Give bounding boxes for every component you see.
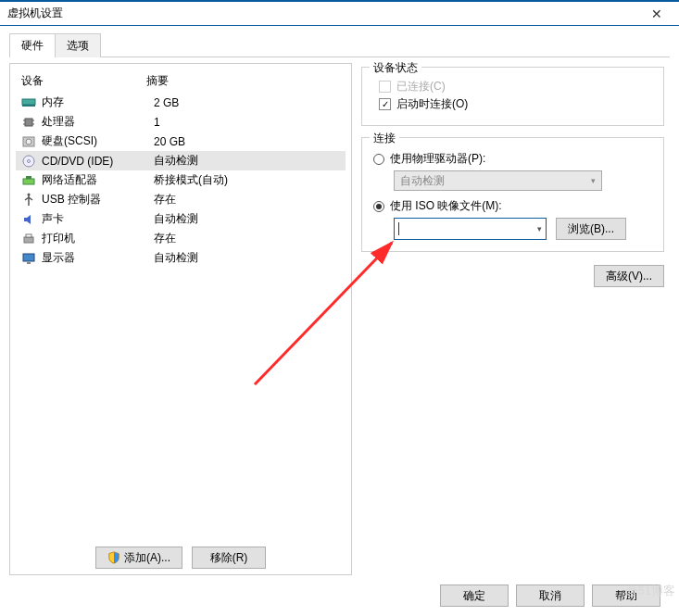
tab-options[interactable]: 选项 [55, 33, 101, 57]
device-row[interactable]: 硬盘(SCSI)20 GB [16, 132, 346, 151]
device-summary: 1 [154, 116, 340, 129]
device-row[interactable]: 显示器自动检测 [16, 248, 346, 268]
device-row[interactable]: USB 控制器存在 [16, 190, 346, 209]
iso-path-row: ▾ 浏览(B)... [394, 218, 652, 240]
checkbox-poweron-label: 启动时连接(O) [396, 96, 468, 112]
add-device-button[interactable]: 添加(A)... [95, 547, 182, 569]
tab-hardware[interactable]: 硬件 [9, 33, 56, 57]
dialog-button-row: 确定 取消 帮助 [9, 575, 670, 607]
text-cursor [398, 222, 399, 235]
col-header-device: 设备 [21, 73, 146, 89]
dialog-body: 硬件 选项 设备 摘要 内存2 GB处理器1硬盘(SCSI)20 GBCD/DV… [0, 26, 679, 616]
checkbox-connected-label: 已连接(C) [396, 79, 446, 94]
svg-rect-12 [26, 176, 31, 179]
advanced-button[interactable]: 高级(V)... [594, 265, 664, 287]
radio-use-iso[interactable]: 使用 ISO 映像文件(M): [373, 198, 652, 214]
svg-rect-14 [24, 237, 33, 243]
device-summary: 自动检测 [154, 153, 340, 169]
col-header-summary: 摘要 [146, 73, 340, 89]
physical-drive-combo: 自动检测 ▾ [394, 170, 602, 191]
svg-rect-17 [27, 262, 31, 264]
svg-point-13 [28, 193, 31, 195]
device-name: 硬盘(SCSI) [42, 133, 148, 149]
device-row[interactable]: 处理器1 [16, 112, 346, 132]
device-row[interactable]: CD/DVD (IDE)自动检测 [16, 151, 346, 170]
svg-point-10 [28, 159, 31, 162]
device-name: 内存 [42, 94, 148, 110]
shield-icon [107, 551, 120, 564]
device-name: 网络适配器 [42, 172, 148, 188]
device-summary: 桥接模式(自动) [154, 172, 340, 188]
tab-strip: 硬件 选项 [9, 33, 670, 57]
checkbox-icon [379, 81, 391, 93]
device-list-header: 设备 摘要 [16, 69, 346, 93]
advanced-row: 高级(V)... [361, 265, 664, 287]
remove-device-button[interactable]: 移除(R) [192, 547, 266, 569]
radio-physical-label: 使用物理驱动器(P): [390, 151, 485, 167]
device-detail-panel: 设备状态 已连接(C) ✓ 启动时连接(O) 连接 使用物理驱动器(P): 自动… [361, 63, 670, 575]
device-name: 打印机 [42, 231, 148, 246]
device-summary: 存在 [154, 231, 340, 246]
radio-iso-label: 使用 ISO 映像文件(M): [390, 198, 502, 214]
checkbox-connect-at-poweron[interactable]: ✓ 启动时连接(O) [373, 96, 652, 112]
checkbox-connected: 已连接(C) [373, 79, 652, 94]
svg-rect-0 [22, 99, 35, 105]
usb-icon [21, 193, 36, 207]
main-columns: 设备 摘要 内存2 GB处理器1硬盘(SCSI)20 GBCD/DVD (IDE… [9, 63, 670, 575]
connection-group-title: 连接 [370, 131, 399, 146]
device-summary: 自动检测 [154, 211, 340, 227]
radio-use-physical[interactable]: 使用物理驱动器(P): [373, 151, 652, 167]
browse-button[interactable]: 浏览(B)... [556, 218, 626, 240]
device-status-title: 设备状态 [370, 60, 421, 76]
device-summary: 20 GB [154, 135, 340, 148]
chevron-down-icon: ▾ [591, 176, 596, 185]
checkbox-icon: ✓ [379, 98, 391, 110]
window-title: 虚拟机设置 [7, 6, 638, 21]
close-icon[interactable]: ✕ [638, 6, 675, 21]
chevron-down-icon[interactable]: ▾ [537, 224, 542, 233]
sound-icon [21, 212, 36, 227]
cpu-icon [21, 115, 36, 130]
radio-icon [373, 154, 384, 165]
device-summary: 自动检测 [154, 250, 340, 266]
device-rows: 内存2 GB处理器1硬盘(SCSI)20 GBCD/DVD (IDE)自动检测网… [16, 93, 346, 268]
device-summary: 存在 [154, 192, 340, 207]
svg-rect-16 [23, 254, 34, 261]
device-row[interactable]: 打印机存在 [16, 229, 346, 248]
cancel-button[interactable]: 取消 [516, 585, 585, 607]
printer-icon [21, 232, 36, 246]
radio-icon [373, 201, 384, 212]
hdd-icon [21, 134, 36, 149]
device-row[interactable]: 网络适配器桥接模式(自动) [16, 170, 346, 190]
svg-rect-2 [25, 119, 32, 126]
cd-icon [21, 154, 36, 169]
device-name: USB 控制器 [42, 192, 148, 207]
device-name: 显示器 [42, 250, 148, 266]
device-summary: 2 GB [154, 96, 340, 109]
iso-path-input[interactable]: ▾ [394, 218, 547, 240]
display-icon [21, 251, 36, 266]
device-name: 处理器 [42, 114, 148, 130]
svg-rect-15 [26, 234, 31, 237]
physical-drive-value: 自动检测 [400, 173, 445, 189]
device-list-panel: 设备 摘要 内存2 GB处理器1硬盘(SCSI)20 GBCD/DVD (IDE… [9, 63, 352, 575]
help-button[interactable]: 帮助 [592, 585, 660, 607]
net-icon [21, 173, 36, 188]
device-name: 声卡 [42, 211, 148, 227]
device-list-buttons: 添加(A)... 移除(R) [16, 539, 346, 569]
device-row[interactable]: 声卡自动检测 [16, 209, 346, 229]
memory-icon [21, 97, 36, 108]
ok-button[interactable]: 确定 [440, 585, 509, 607]
device-name: CD/DVD (IDE) [42, 155, 148, 168]
svg-rect-1 [22, 105, 35, 107]
svg-point-8 [26, 139, 31, 145]
svg-rect-11 [23, 179, 34, 184]
add-device-label: 添加(A)... [124, 550, 170, 566]
device-status-group: 设备状态 已连接(C) ✓ 启动时连接(O) [361, 67, 664, 126]
title-bar: 虚拟机设置 ✕ [0, 0, 679, 26]
connection-group: 连接 使用物理驱动器(P): 自动检测 ▾ 使用 ISO 映像文件(M): [361, 137, 664, 252]
device-row[interactable]: 内存2 GB [16, 93, 346, 112]
